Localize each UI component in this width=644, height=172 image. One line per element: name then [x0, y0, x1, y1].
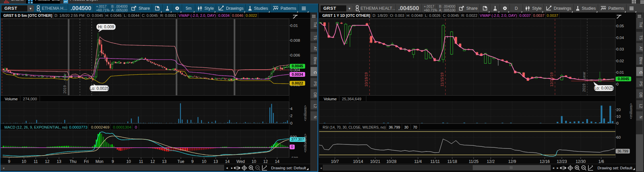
svg-text:RSI (14, 70, 30, CLOSE, WILDER: RSI (14, 70, 30, CLOSE, WILDERS, no): [323, 125, 386, 129]
svg-text:11/4: 11/4: [414, 159, 422, 164]
svg-text:Wed: Wed: [236, 159, 244, 164]
svg-text:36.799: 36.799: [389, 125, 400, 129]
svg-text:12: 12: [150, 159, 155, 164]
svg-text:12: 12: [45, 159, 50, 164]
svg-text:Trd: Trd: [639, 22, 643, 27]
svg-text:11: 11: [34, 159, 38, 164]
svg-text:◂: ◂: [3, 166, 4, 170]
svg-text:Thu: Thu: [69, 159, 77, 164]
svg-text:9: 9: [8, 159, 10, 164]
svg-text:10: 10: [616, 114, 621, 118]
svg-text:Hi: 0.009: Hi: 0.009: [98, 25, 114, 29]
svg-text:10: 10: [202, 159, 207, 164]
svg-text:25,364,649: 25,364,649: [342, 97, 361, 101]
svg-text:PS: PS: [639, 81, 643, 86]
svg-text:0: 0: [616, 82, 618, 86]
svg-text:11/18: 11/18: [447, 159, 457, 164]
svg-text:12: 12: [263, 159, 268, 164]
svg-text:Tue: Tue: [177, 159, 184, 164]
svg-text:2: 2: [290, 114, 292, 118]
svg-text:0.05: 0.05: [616, 24, 624, 28]
svg-text:0.04: 0.04: [616, 36, 624, 40]
svg-text:13: 13: [213, 159, 218, 164]
svg-text:11/11: 11/11: [430, 159, 440, 164]
svg-text:10: 10: [252, 159, 256, 164]
svg-text:0.0001304: 0.0001304: [113, 125, 131, 129]
svg-text:DB: DB: [639, 93, 643, 98]
svg-text:C: C: [313, 71, 317, 74]
svg-text:Mon: Mon: [95, 159, 103, 164]
svg-text:◂: ◂: [226, 166, 228, 170]
svg-text:Trd: Trd: [313, 22, 317, 27]
svg-text:70: 70: [413, 125, 417, 129]
svg-text:13: 13: [57, 159, 61, 164]
svg-text:◂: ◂: [320, 166, 322, 170]
svg-text:▸: ▸: [231, 166, 233, 170]
svg-text:14: 14: [225, 159, 230, 164]
svg-text:C: C: [639, 71, 643, 74]
svg-text:0.0034: 0.0034: [292, 72, 303, 76]
svg-text:0.0002469: 0.0002469: [91, 125, 109, 129]
svg-text:PS: PS: [313, 81, 317, 86]
svg-text:14: 14: [275, 159, 280, 164]
svg-text:0: 0: [290, 121, 292, 125]
svg-text:TS: TS: [313, 35, 317, 40]
svg-text:DB: DB: [313, 93, 317, 98]
svg-text:4: 4: [290, 107, 293, 111]
svg-text:11/25: 11/25: [469, 159, 478, 164]
svg-text:Volume: Volume: [324, 97, 336, 101]
svg-text:9: 9: [112, 159, 114, 164]
svg-text:0.02: 0.02: [616, 59, 624, 63]
svg-text:Drawing set: Default: Drawing set: Default: [271, 166, 306, 170]
svg-text:10: 10: [22, 159, 26, 164]
svg-text:0.03: 0.03: [616, 47, 624, 51]
svg-text:0.006: 0.006: [290, 53, 300, 57]
svg-text:2019 …year: 2019 …year: [582, 72, 586, 92]
svg-text:13: 13: [162, 159, 167, 164]
svg-text:36.799: 36.799: [617, 149, 628, 153]
svg-text:12/30: 12/30: [576, 159, 586, 164]
svg-text:AT: AT: [313, 46, 317, 51]
svg-text:0.0022: 0.0022: [292, 81, 303, 85]
svg-text:11: 11: [139, 159, 143, 164]
svg-text:377.307: 377.307: [291, 137, 304, 141]
svg-text:Fri: Fri: [84, 159, 89, 164]
svg-text:10/14: 10/14: [353, 159, 363, 164]
svg-text:0.01: 0.01: [290, 24, 298, 28]
svg-text:L2: L2: [313, 104, 317, 108]
svg-text:Drawing set: Default: Drawing set: Default: [597, 166, 633, 170]
svg-text:9: 9: [192, 159, 194, 164]
svg-text:12/16: 12/16: [539, 159, 550, 164]
svg-text:<millions>: <millions>: [629, 103, 633, 119]
svg-text:<millionths>: <millionths>: [303, 134, 307, 152]
svg-text:60: 60: [616, 135, 621, 139]
svg-text:TS: TS: [639, 35, 643, 40]
svg-text:N: N: [313, 116, 317, 118]
svg-text:274,000: 274,000: [23, 97, 37, 101]
svg-text:N: N: [639, 116, 643, 118]
svg-text:0: 0: [291, 145, 293, 149]
svg-text:AT: AT: [639, 46, 643, 51]
svg-text:Lo: 0.0025: Lo: 0.0025: [594, 86, 614, 91]
svg-text:▸: ▸: [557, 166, 558, 170]
svg-text:10/7: 10/7: [331, 159, 339, 164]
svg-text:10/28: 10/28: [386, 159, 397, 164]
svg-text:0.01: 0.01: [616, 70, 624, 74]
svg-text:Btns: Btns: [313, 57, 317, 64]
svg-text:MACD (12, 26, 9, EXPONENTIAL,: MACD (12, 26, 9, EXPONENTIAL, no): [4, 125, 67, 129]
svg-text:30: 30: [404, 125, 408, 129]
svg-text:0.0045: 0.0045: [618, 77, 629, 81]
svg-text:Btns: Btns: [639, 57, 643, 64]
svg-text:0: 0: [135, 125, 137, 129]
svg-text:<millions>: <millions>: [303, 105, 307, 121]
svg-text:0: 0: [616, 121, 618, 125]
svg-text:10: 10: [126, 159, 131, 164]
svg-text:L2: L2: [639, 104, 643, 108]
svg-text:12/23: 12/23: [557, 159, 567, 164]
svg-text:1/6: 1/6: [598, 159, 604, 164]
svg-text:10/21: 10/21: [370, 159, 380, 164]
svg-text:0.0003773: 0.0003773: [69, 125, 87, 129]
svg-text:20: 20: [616, 108, 621, 112]
svg-text:◂: ◂: [552, 166, 554, 170]
svg-text:Volume: Volume: [5, 97, 18, 101]
